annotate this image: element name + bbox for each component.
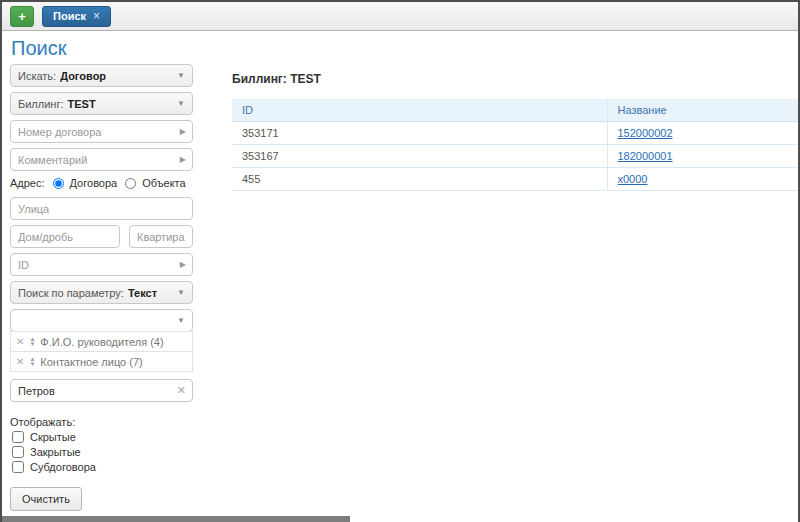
close-icon[interactable]: × [93, 9, 100, 23]
remove-icon[interactable]: ✕ [16, 336, 24, 347]
search-form: Искать: Договор ▼ Биллинг: TEST ▼ ▶ ▶ Ад… [10, 64, 193, 511]
add-tab-button[interactable]: + [10, 6, 34, 27]
param-item-contact[interactable]: ✕ ▲▼ Контактное лицо (7) [10, 351, 193, 372]
results-title: Биллинг: TEST [232, 72, 800, 86]
contract-link[interactable]: x0000 [618, 173, 648, 185]
address-radio-group: Адрес: Договора Объекта [10, 177, 193, 189]
tab-search[interactable]: Поиск × [42, 6, 111, 27]
tab-bar: + Поиск × [2, 2, 798, 31]
address-radio-contract[interactable] [53, 178, 64, 189]
display-label: Отображать: [10, 416, 193, 428]
address-label: Адрес: [10, 177, 45, 189]
table-row: 353171 152000002 [232, 122, 800, 145]
cell-id: 353171 [232, 122, 607, 145]
street-input[interactable] [10, 197, 193, 220]
param-add-select[interactable]: ▼ [10, 309, 193, 332]
results-panel: Биллинг: TEST ID Название 353171 1520000… [232, 72, 800, 191]
page-title: Поиск [11, 37, 66, 60]
cell-id: 455 [232, 168, 607, 191]
clear-query-icon[interactable]: ✕ [177, 384, 186, 397]
house-input[interactable] [10, 225, 120, 248]
reorder-icon[interactable]: ▲▼ [29, 337, 35, 347]
chevron-down-icon: ▼ [177, 71, 185, 80]
horizontal-scrollbar[interactable] [2, 516, 350, 522]
remove-icon[interactable]: ✕ [16, 356, 24, 367]
id-input[interactable] [10, 253, 193, 276]
search-type-select[interactable]: Искать: Договор ▼ [10, 64, 193, 87]
table-header-row: ID Название [232, 99, 800, 122]
app-window: + Поиск × Поиск Искать: Договор ▼ Биллин… [0, 0, 800, 522]
tab-label: Поиск [53, 10, 86, 22]
param-search-label: Поиск по параметру: [18, 287, 124, 299]
query-input[interactable] [10, 379, 193, 402]
param-item-label: Ф.И.О. руководителя (4) [40, 336, 163, 348]
contract-number-input[interactable] [10, 120, 193, 143]
chevron-down-icon: ▼ [177, 288, 185, 297]
param-item-label: Контактное лицо (7) [40, 356, 142, 368]
search-type-value: Договор [60, 70, 106, 82]
chevron-down-icon: ▼ [177, 316, 185, 325]
billing-value: TEST [68, 98, 96, 110]
column-header-id[interactable]: ID [232, 99, 607, 122]
billing-select[interactable]: Биллинг: TEST ▼ [10, 92, 193, 115]
checkbox-subcontracts[interactable] [12, 461, 24, 473]
param-search-select[interactable]: Поиск по параметру: Текст ▼ [10, 281, 193, 304]
address-radio-object-label: Объекта [142, 177, 185, 189]
checkbox-hidden[interactable] [12, 431, 24, 443]
billing-label: Биллинг: [18, 98, 64, 110]
chevron-down-icon: ▼ [177, 99, 185, 108]
param-item-fio[interactable]: ✕ ▲▼ Ф.И.О. руководителя (4) [10, 331, 193, 352]
contract-link[interactable]: 152000002 [618, 127, 673, 139]
clear-button[interactable]: Очистить [10, 487, 82, 511]
checkbox-subcontracts-label: Субдоговора [30, 461, 96, 473]
table-row: 353167 182000001 [232, 145, 800, 168]
param-search-value: Текст [128, 287, 157, 299]
column-header-name[interactable]: Название [607, 99, 800, 122]
results-table: ID Название 353171 152000002 353167 1820… [232, 99, 800, 191]
table-row: 455 x0000 [232, 168, 800, 191]
contract-link[interactable]: 182000001 [618, 150, 673, 162]
reorder-icon[interactable]: ▲▼ [29, 357, 35, 367]
address-radio-object[interactable] [125, 178, 136, 189]
apartment-input[interactable] [129, 225, 193, 248]
checkbox-closed[interactable] [12, 446, 24, 458]
cell-id: 353167 [232, 145, 607, 168]
comment-input[interactable] [10, 148, 193, 171]
search-type-label: Искать: [18, 70, 56, 82]
address-radio-contract-label: Договора [70, 177, 118, 189]
checkbox-hidden-label: Скрытые [30, 431, 76, 443]
checkbox-closed-label: Закрытые [30, 446, 81, 458]
